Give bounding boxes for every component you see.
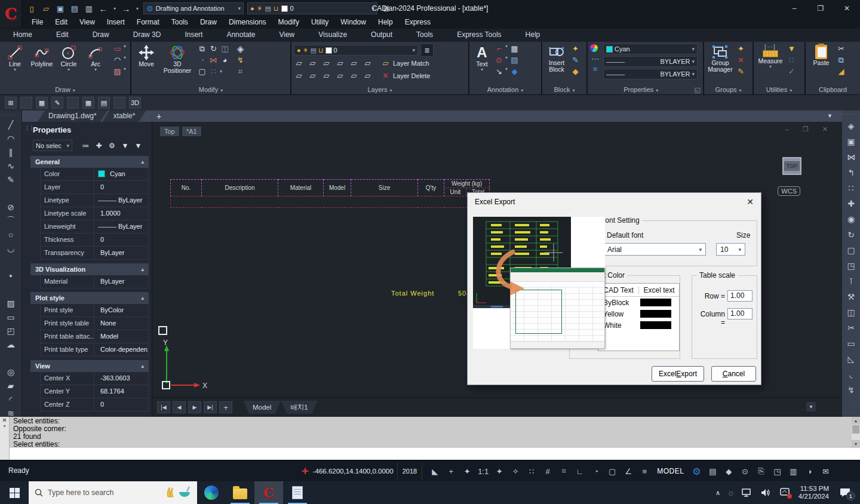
ribbon-tab[interactable]: Express Tools xyxy=(445,29,513,42)
edit-block-icon[interactable]: ✎ xyxy=(570,55,580,65)
panel-caption-modify[interactable]: Modify xyxy=(131,85,290,94)
shape-icon[interactable]: ◆ xyxy=(509,66,520,76)
property-row[interactable]: Print table type Color-dependen... xyxy=(40,343,149,357)
menu-item[interactable]: Modify xyxy=(273,17,305,29)
new-file-icon[interactable]: ▯ xyxy=(26,2,37,14)
page-icon[interactable]: ▤ xyxy=(509,55,520,65)
new-tab-button[interactable]: + xyxy=(156,112,161,121)
coordinates-display[interactable]: -466.6200,14.1400,0.0000 xyxy=(313,468,389,475)
linetype-icon[interactable]: ⋯ xyxy=(590,55,600,62)
layer-combo[interactable]: ● ☀ ▤ ⊔ 0 ▾ xyxy=(294,45,418,56)
scroll-down-icon[interactable]: ▼ xyxy=(852,440,860,448)
dialog-close-icon[interactable]: ✕ xyxy=(747,197,754,207)
arc-button[interactable]: Arc▾ xyxy=(83,44,108,72)
attach-block-icon[interactable]: ◆ xyxy=(570,66,580,76)
property-row[interactable]: Print table attac... Model xyxy=(40,330,149,343)
property-row[interactable]: Material ByLayer xyxy=(40,275,149,288)
quick-calc-icon[interactable]: ∷ xyxy=(787,55,797,65)
color-map-row[interactable]: White xyxy=(598,319,679,331)
panel-caption-layers[interactable]: Layers xyxy=(291,85,468,94)
panel-caption-annotation[interactable]: Annotation xyxy=(469,85,541,94)
save-as-icon[interactable]: ▤ xyxy=(69,2,80,14)
font-size-combo[interactable]: 10▾ xyxy=(716,243,745,256)
revcloud-tool-icon[interactable]: ◠ xyxy=(112,55,122,65)
color-combo[interactable]: Cyan ▾ xyxy=(603,44,698,54)
rectangle-tool-icon[interactable]: ▭ xyxy=(112,44,122,54)
cancel-button[interactable]: Cancel xyxy=(711,366,756,382)
lineweight-icon[interactable]: ≡ xyxy=(590,65,600,72)
scroll-up-icon[interactable]: ▲ xyxy=(852,417,860,425)
layer-previous-button[interactable]: ≣ xyxy=(420,44,434,57)
collapse-icon[interactable]: ▴ xyxy=(141,266,144,272)
default-font-combo[interactable]: Arial▾ xyxy=(603,243,706,256)
tray-chevron-icon[interactable]: ∧ xyxy=(715,489,720,497)
ribbon-tab[interactable]: Annotate xyxy=(214,29,267,42)
ribbon-tab[interactable]: Insert xyxy=(173,29,214,42)
array-tool-icon[interactable]: ∷ xyxy=(208,66,219,76)
scroll-thumb[interactable] xyxy=(852,425,859,434)
ribbon-tab[interactable]: Output xyxy=(359,29,404,42)
layout-scroll-down-icon[interactable]: ▼ xyxy=(806,402,816,411)
section-header[interactable]: View▴ xyxy=(30,360,149,372)
color-map-row[interactable]: ByBlock xyxy=(598,297,679,308)
column-scale-input[interactable]: 1.00 xyxy=(727,308,752,319)
close-button[interactable]: ✕ xyxy=(834,0,860,17)
menu-item[interactable]: Help xyxy=(373,17,398,29)
insert-block-button[interactable]: Insert Block xyxy=(545,44,569,73)
linetype-combo[interactable]: ——— BYLAYER ▾ xyxy=(603,56,698,67)
panel-caption-block[interactable]: Block xyxy=(542,85,586,94)
cut-icon[interactable]: ✂ xyxy=(836,44,846,54)
3d-positioner-button[interactable]: 3D Positioner xyxy=(161,44,194,74)
visual-style-control[interactable]: *A1 xyxy=(182,127,201,136)
minimize-button[interactable]: – xyxy=(781,0,807,17)
collapse-icon[interactable]: ▴ xyxy=(141,363,144,369)
id-point-icon[interactable]: ✓ xyxy=(787,66,797,76)
taskbar-search[interactable]: Type here to search xyxy=(29,481,197,504)
color-wheel-icon[interactable] xyxy=(590,44,598,52)
restore-button[interactable]: ❐ xyxy=(807,0,834,17)
create-block-icon[interactable]: ✦ xyxy=(570,44,580,54)
quick-select-icon[interactable]: ▼ xyxy=(787,44,797,54)
rotate-tool-icon[interactable]: ↻ xyxy=(208,44,219,54)
model-space-toggle[interactable]: MODEL xyxy=(657,467,684,475)
ribbon-tab[interactable]: Edit xyxy=(44,29,81,42)
undo-dropdown-icon[interactable]: ▾ xyxy=(112,2,117,14)
workspace-combo[interactable]: ⚙ Drafting and Annotation ▾ xyxy=(143,2,244,14)
new-group-icon[interactable]: ✦ xyxy=(736,44,746,54)
action-center[interactable]: 1 xyxy=(837,485,853,500)
excel-export-button[interactable]: Excel Export xyxy=(652,366,704,382)
property-row[interactable]: Color Cyan xyxy=(40,168,149,181)
copy-tool-icon[interactable]: ⧉ xyxy=(197,44,207,54)
excel-color-swatch[interactable] xyxy=(640,310,671,318)
lineweight-combo[interactable]: ——— BYLAYER ▾ xyxy=(603,69,698,79)
start-button[interactable] xyxy=(0,481,29,504)
property-row[interactable]: Center Y 68.1764 xyxy=(40,385,149,398)
taskbar-app-notepad[interactable] xyxy=(283,481,312,504)
menu-item[interactable]: Utility xyxy=(306,17,334,29)
property-row[interactable]: Lineweight ——— ByLayer xyxy=(40,220,149,233)
ribbon-tab[interactable]: Home xyxy=(1,29,44,42)
excel-color-swatch[interactable] xyxy=(640,299,671,306)
menu-item[interactable]: Edit xyxy=(50,17,73,29)
view-cube[interactable]: TOP xyxy=(782,157,801,175)
excel-color-swatch[interactable] xyxy=(640,321,671,329)
panel-caption-groups[interactable]: Groups xyxy=(704,85,752,94)
document-tab[interactable]: xtable*× xyxy=(103,110,146,122)
open-file-icon[interactable]: ▱ xyxy=(41,2,51,14)
menu-item[interactable]: Express xyxy=(400,17,436,29)
property-row[interactable]: Linetype ——— ByLayer xyxy=(40,194,149,207)
panel-caption-properties[interactable]: Properties◱ xyxy=(588,85,703,94)
property-row[interactable]: Linetype scale 1.0000 xyxy=(40,207,149,220)
prev-layout-button[interactable]: ◀ xyxy=(173,401,186,413)
first-layout-button[interactable]: |◀ xyxy=(157,401,170,413)
property-row[interactable]: Print style ByColor xyxy=(40,304,149,317)
match-properties-icon[interactable]: ◢ xyxy=(836,66,846,76)
pie-tool-icon[interactable]: ◕ xyxy=(220,55,230,65)
paste-button[interactable]: Paste xyxy=(808,44,834,66)
ribbon-tab[interactable]: Help xyxy=(514,29,552,42)
save-icon[interactable]: ▣ xyxy=(55,2,66,14)
redo-icon[interactable]: → xyxy=(121,2,131,14)
section-header[interactable]: 3D Visualization▴ xyxy=(30,263,149,275)
undo-icon[interactable]: ← xyxy=(98,2,109,14)
box-tool-icon[interactable]: ▢ xyxy=(197,66,207,76)
